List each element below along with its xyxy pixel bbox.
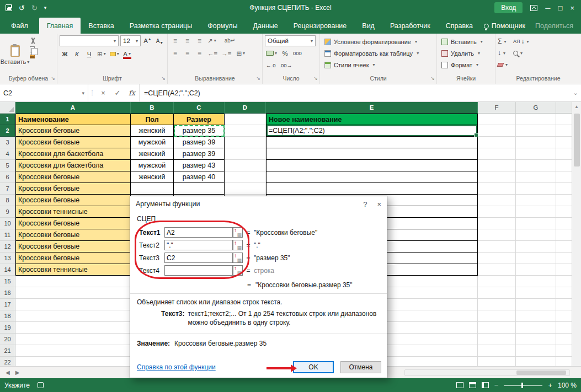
row-header-22[interactable]: 22 [0,357,15,366]
cell-F22[interactable] [478,357,516,366]
zoom-out-icon[interactable]: − [494,381,499,389]
customize-quick-access-icon[interactable]: ▾ [44,6,47,10]
align-left-icon[interactable]: ≡ [170,48,180,58]
cell-A2[interactable]: Кроссовки беговые [15,125,131,137]
cell-F4[interactable] [478,148,516,160]
normal-view-icon[interactable] [456,382,463,388]
find-select-button[interactable]: ▾ [513,48,529,58]
cell-B3[interactable]: мужской [131,137,174,148]
cell-C2[interactable]: размер 35 [174,125,225,137]
cell-F11[interactable] [478,229,516,241]
fill-button[interactable]: ↓▾ [498,48,508,58]
horizontal-scroll-thumb[interactable] [516,370,566,375]
cell-F6[interactable] [478,171,516,183]
cancel-button[interactable]: Отмена [340,361,381,373]
cell-D3[interactable] [225,137,266,148]
vertical-scrollbar[interactable]: ▲ [572,102,581,366]
cell-C7[interactable] [174,183,225,195]
column-header-B[interactable]: B [131,102,174,114]
cell-C4[interactable]: размер 39 [174,148,225,160]
cell-F13[interactable] [478,253,516,264]
cell-B1[interactable]: Пол [131,114,174,125]
zoom-slider[interactable] [504,385,542,386]
cell-A3[interactable]: Кроссовки беговые [15,137,131,148]
cell-D1[interactable] [225,114,266,125]
cell-F9[interactable] [478,206,516,218]
page-break-view-icon[interactable] [482,382,489,388]
cell-G2[interactable] [516,125,556,137]
select-all-button[interactable] [0,102,15,114]
cell-F17[interactable] [478,299,516,310]
number-dialog-launcher-icon[interactable]: ↘ [313,76,318,81]
borders-icon[interactable]: ⊞▾ [96,49,107,59]
cell-B2[interactable]: женский [131,125,174,137]
row-header-13[interactable]: 13 [0,253,15,264]
cell-A14[interactable]: Кроссовки теннисные [15,264,131,276]
name-box[interactable]: C2 ▾ [0,84,88,101]
currency-format-icon[interactable]: ▾ [265,48,278,58]
column-header-A[interactable]: A [15,102,131,114]
tab-view[interactable]: Вид [354,18,382,34]
cell-C1[interactable]: Размер [174,114,225,125]
clear-button[interactable]: ▾ [498,60,508,69]
cell-G12[interactable] [516,241,556,253]
scroll-up-icon[interactable]: ▲ [574,102,579,111]
row-header-7[interactable]: 7 [0,183,15,195]
tab-formulas[interactable]: Формулы [200,18,245,34]
format-cells-button[interactable]: Формат▾ [439,60,493,70]
horizontal-scrollbar[interactable] [404,369,570,376]
cell-G20[interactable] [516,334,556,345]
cell-F7[interactable] [478,183,516,195]
undo-icon[interactable]: ↺ [19,4,25,12]
cell-E7[interactable] [266,183,478,195]
cell-A13[interactable]: Кроссовки беговые [15,253,131,264]
format-painter-icon[interactable] [30,55,35,58]
number-format-select[interactable]: Общий▾ [265,35,316,46]
cell-F18[interactable] [478,310,516,322]
cell-F21[interactable] [478,345,516,357]
cell-D6[interactable] [225,171,266,183]
cell-F16[interactable] [478,287,516,299]
cell-F15[interactable] [478,276,516,287]
underline-button[interactable]: Ч [84,49,94,59]
cell-G10[interactable] [516,218,556,229]
row-header-9[interactable]: 9 [0,206,15,218]
cell-G16[interactable] [516,287,556,299]
row-header-21[interactable]: 21 [0,345,15,357]
formula-input[interactable]: =СЦЕП(A2;".";C2) [139,84,570,101]
font-dialog-launcher-icon[interactable]: ↘ [161,76,166,81]
cell-A10[interactable]: Кроссовки беговые [15,218,131,229]
cell-G6[interactable] [516,171,556,183]
function-help-link[interactable]: Справка по этой функции [137,363,216,371]
cell-F12[interactable] [478,241,516,253]
cell-F1[interactable] [478,114,516,125]
sort-filter-button[interactable]: АЯ↓▾ [513,36,529,46]
row-header-12[interactable]: 12 [0,241,15,253]
minimize-icon[interactable]: ─ [545,4,550,12]
column-header-E[interactable]: E [266,102,478,114]
save-icon[interactable] [6,4,12,11]
cell-D2[interactable] [225,125,266,137]
decrease-decimal-icon[interactable]: .00→ [278,60,293,71]
cell-A19[interactable] [15,322,131,334]
redo-icon[interactable]: ↻ [31,4,38,12]
format-as-table-button[interactable]: Форматировать как таблицу▾ [322,48,434,58]
align-top-icon[interactable]: ≡ [170,35,180,46]
maximize-icon[interactable]: □ [558,4,563,12]
row-header-1[interactable]: 1 [0,114,15,125]
page-layout-view-icon[interactable] [469,382,476,388]
collapse-dialog-button[interactable] [233,240,243,250]
row-header-15[interactable]: 15 [0,276,15,287]
cell-G15[interactable] [516,276,556,287]
insert-function-icon[interactable]: fx [125,84,139,101]
collapse-dialog-button[interactable] [233,265,243,276]
cell-G14[interactable] [516,264,556,276]
cell-E4[interactable] [266,148,478,160]
insert-cells-button[interactable]: Вставить▾ [439,36,493,47]
cell-B7[interactable] [131,183,174,195]
sign-in-button[interactable]: Вход [494,2,523,13]
cell-A7[interactable]: Кроссовки беговые [15,183,131,195]
cell-G1[interactable] [516,114,556,125]
cell-B6[interactable]: женский [131,171,174,183]
cell-A4[interactable]: Кроссовки для баскетбола [15,148,131,160]
